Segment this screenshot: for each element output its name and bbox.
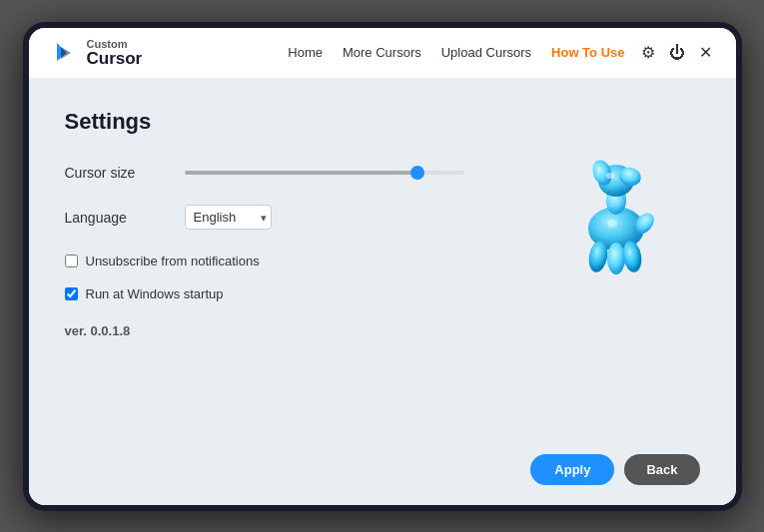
settings-title: Settings	[65, 109, 700, 135]
language-select[interactable]: English Spanish French German Chinese Ja…	[185, 205, 272, 230]
startup-label: Run at Windows startup	[86, 286, 224, 301]
main-content: Settings Cursor size Language English Sp…	[29, 79, 736, 504]
settings-icon[interactable]: ⚙	[641, 43, 655, 62]
nav-upload-cursors[interactable]: Upload Cursors	[441, 45, 531, 60]
startup-row: Run at Windows startup	[65, 286, 700, 301]
language-row: Language English Spanish French German C…	[65, 205, 700, 230]
nav-how-to-use[interactable]: How To Use	[551, 45, 624, 60]
logo-area: Custom Cursor	[53, 38, 143, 69]
back-button[interactable]: Back	[624, 454, 699, 485]
nav-home[interactable]: Home	[288, 45, 323, 60]
version-text: ver. 0.0.1.8	[65, 323, 700, 338]
close-icon[interactable]: ✕	[699, 43, 712, 62]
language-label: Language	[65, 210, 185, 226]
unsubscribe-label: Unsubscribe from notifications	[86, 254, 260, 268]
svg-marker-1	[61, 47, 71, 59]
logo-text: Custom Cursor	[87, 38, 143, 69]
device-frame: Custom Cursor Home More Cursors Upload C…	[23, 22, 742, 511]
nav-links: Home More Cursors Upload Cursors How To …	[288, 45, 624, 60]
language-select-wrapper: English Spanish French German Chinese Ja…	[185, 205, 272, 230]
titlebar: Custom Cursor Home More Cursors Upload C…	[29, 28, 736, 80]
apply-button[interactable]: Apply	[530, 454, 614, 485]
cursor-size-label: Cursor size	[65, 165, 185, 181]
cursor-size-row: Cursor size	[65, 165, 700, 181]
startup-checkbox[interactable]	[65, 287, 78, 300]
bottom-buttons: Apply Back	[65, 444, 700, 485]
cursor-size-slider[interactable]	[185, 171, 464, 175]
nav-more-cursors[interactable]: More Cursors	[343, 45, 421, 60]
device-inner: Custom Cursor Home More Cursors Upload C…	[29, 28, 736, 505]
unsubscribe-row: Unsubscribe from notifications	[65, 254, 700, 268]
logo-icon	[53, 39, 81, 67]
power-icon[interactable]: ⏻	[669, 44, 685, 62]
nav-icons: ⚙ ⏻ ✕	[641, 43, 712, 62]
unsubscribe-checkbox[interactable]	[65, 255, 78, 267]
